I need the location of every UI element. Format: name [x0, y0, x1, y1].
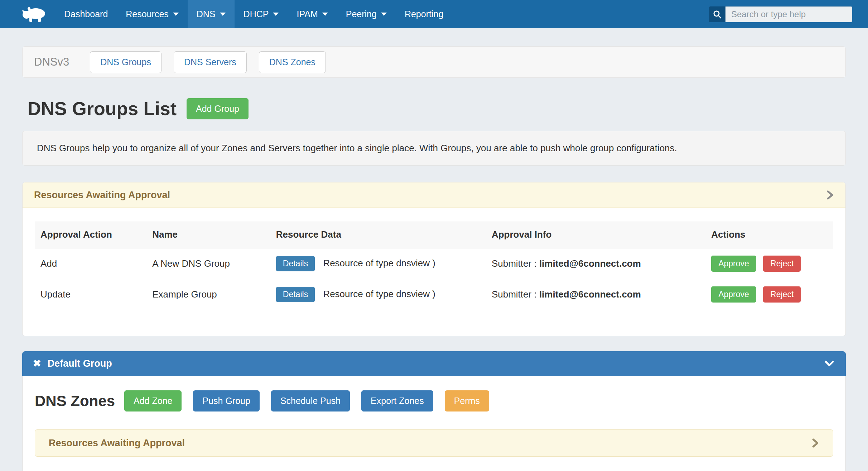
add-zone-button[interactable]: Add Zone [124, 390, 182, 411]
submitter-label: Submitter : [492, 289, 537, 300]
nav-item-dns[interactable]: DNS [188, 0, 235, 28]
actions-cell: Approve Reject [705, 279, 833, 310]
close-icon[interactable]: ✖ [33, 359, 41, 368]
push-group-button[interactable]: Push Group [193, 390, 259, 411]
approve-button[interactable]: Approve [711, 286, 756, 303]
column-header-actions: Actions [705, 221, 833, 248]
chevron-down-icon[interactable] [824, 360, 835, 368]
dnsv3-subheader: DNSv3 DNS Groups DNS Servers DNS Zones [22, 46, 846, 78]
approval-table: Approval Action Name Resource Data Appro… [35, 221, 833, 310]
table-row: Add A New DNS Group Details Resource of … [35, 248, 833, 279]
top-navbar: Dashboard Resources DNS DHCP IPAM Peerin… [0, 0, 868, 28]
nav-label: Reporting [405, 9, 443, 19]
reject-button[interactable]: Reject [763, 286, 801, 303]
title-row: DNS Groups List Add Group [22, 98, 846, 119]
export-zones-button[interactable]: Export Zones [361, 390, 433, 411]
main-nav: Dashboard Resources DNS DHCP IPAM Peerin… [55, 0, 452, 28]
column-header-name: Name [146, 221, 270, 248]
resource-data-cell: Details Resource of type dnsview ) [270, 248, 486, 279]
search-button[interactable] [709, 6, 725, 22]
details-button[interactable]: Details [276, 287, 315, 302]
nav-item-reporting[interactable]: Reporting [396, 0, 452, 28]
nav-label: Dashboard [64, 9, 108, 19]
global-search [709, 6, 852, 22]
submitter-label: Submitter : [492, 258, 537, 269]
schedule-push-button[interactable]: Schedule Push [271, 390, 350, 411]
zones-awaiting-approval-bar[interactable]: Resources Awaiting Approval [35, 429, 833, 457]
dropdown-caret-icon [322, 13, 328, 16]
zones-awaiting-approval-title: Resources Awaiting Approval [49, 438, 185, 449]
description-well: DNS Groups help you to organize all of y… [22, 131, 846, 166]
default-group-body: DNS Zones Add Zone Push Group Schedule P… [22, 376, 846, 471]
default-group-title: Default Group [48, 358, 112, 369]
dns-zones-title: DNS Zones [35, 392, 115, 410]
column-header-resource-data: Resource Data [270, 221, 486, 248]
add-group-button[interactable]: Add Group [187, 98, 249, 119]
default-group-header[interactable]: ✖ Default Group [22, 351, 846, 376]
approval-panel: Resources Awaiting Approval Approval Act… [22, 182, 846, 336]
column-header-approval-info: Approval Info [486, 221, 705, 248]
approval-panel-body: Approval Action Name Resource Data Appro… [23, 208, 845, 336]
dns-groups-button[interactable]: DNS Groups [90, 51, 161, 73]
search-icon [713, 10, 722, 19]
resource-data-text: Resource of type dnsview ) [323, 258, 435, 268]
actions-cell: Approve Reject [705, 248, 833, 279]
approval-panel-title: Resources Awaiting Approval [34, 190, 170, 201]
approve-button[interactable]: Approve [711, 256, 756, 272]
search-input[interactable] [725, 6, 852, 22]
table-row: Update Example Group Details Resource of… [35, 279, 833, 310]
resource-data-cell: Details Resource of type dnsview ) [270, 279, 486, 310]
dns-servers-button[interactable]: DNS Servers [174, 51, 247, 73]
nav-item-dashboard[interactable]: Dashboard [55, 0, 117, 28]
approval-panel-header[interactable]: Resources Awaiting Approval [23, 182, 845, 208]
dropdown-caret-icon [220, 13, 226, 16]
nav-label: Resources [126, 9, 169, 19]
dns-zones-button[interactable]: DNS Zones [259, 51, 326, 73]
dns-zones-toolbar: DNS Zones Add Zone Push Group Schedule P… [35, 390, 833, 411]
nav-label: Peering [346, 9, 377, 19]
brand-logo[interactable] [0, 0, 55, 28]
dnsv3-label: DNSv3 [34, 56, 69, 68]
approval-action-cell: Update [35, 279, 146, 310]
resource-data-text: Resource of type dnsview ) [323, 289, 435, 299]
rhino-logo-icon [21, 5, 47, 24]
perms-button[interactable]: Perms [445, 390, 489, 411]
dropdown-caret-icon [173, 13, 179, 16]
details-button[interactable]: Details [276, 256, 315, 271]
submitter-email: limited@6connect.com [539, 258, 641, 269]
nav-item-peering[interactable]: Peering [337, 0, 396, 28]
name-cell: A New DNS Group [146, 248, 270, 279]
default-group-panel: ✖ Default Group DNS Zones Add Zone Push … [22, 351, 846, 471]
submitter-email: limited@6connect.com [539, 289, 641, 300]
approval-action-cell: Add [35, 248, 146, 279]
nav-label: IPAM [296, 9, 318, 19]
chevron-right-icon[interactable] [811, 437, 819, 449]
reject-button[interactable]: Reject [763, 256, 801, 272]
approval-info-cell: Submitter : limited@6connect.com [486, 279, 705, 310]
nav-item-resources[interactable]: Resources [117, 0, 188, 28]
approval-info-cell: Submitter : limited@6connect.com [486, 248, 705, 279]
nav-label: DHCP [243, 9, 269, 19]
nav-item-dhcp[interactable]: DHCP [235, 0, 288, 28]
dropdown-caret-icon [381, 13, 387, 16]
dropdown-caret-icon [273, 13, 279, 16]
nav-item-ipam[interactable]: IPAM [288, 0, 337, 28]
nav-label: DNS [197, 9, 216, 19]
column-header-approval-action: Approval Action [35, 221, 146, 248]
name-cell: Example Group [146, 279, 270, 310]
chevron-right-icon[interactable] [826, 189, 834, 201]
page-title: DNS Groups List [28, 98, 177, 119]
